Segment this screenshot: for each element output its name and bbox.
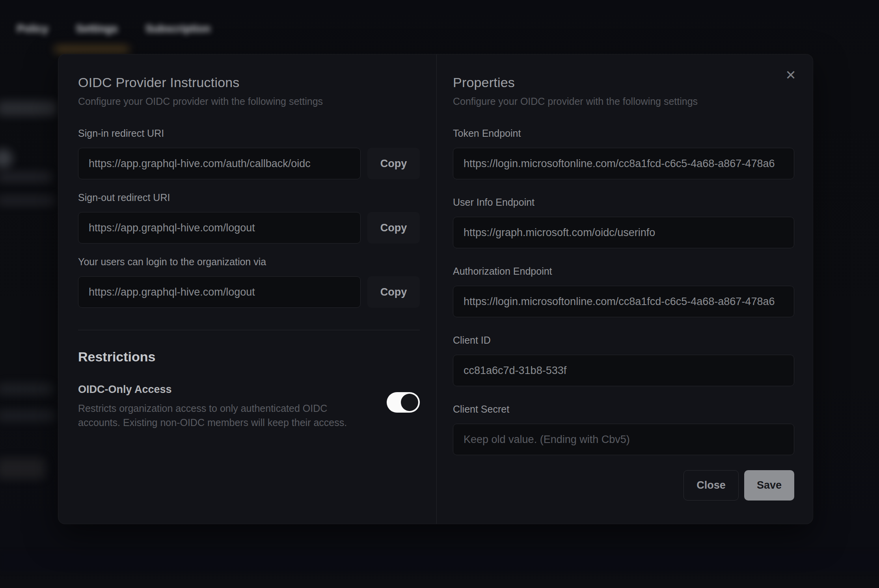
blurred-background-button [0,458,46,479]
instructions-title: OIDC Provider Instructions [78,75,420,90]
close-icon[interactable]: ✕ [782,66,799,84]
oidc-settings-dialog: OIDC Provider Instructions Configure you… [58,54,813,524]
sign-out-redirect-label: Sign-out redirect URI [78,192,420,203]
oidc-only-access-label: OIDC-Only Access [78,383,354,396]
sign-in-redirect-input[interactable] [78,148,361,179]
blurred-background-avatar [0,149,13,168]
background-tab-bar: Policy Settings Subscription [17,23,210,35]
toggle-knob [401,394,418,411]
blurred-background-text [0,383,53,395]
token-endpoint-input[interactable] [453,148,794,179]
active-tab-indicator [54,47,129,52]
tab-policy[interactable]: Policy [17,23,48,35]
tab-settings[interactable]: Settings [76,23,118,35]
tab-subscription[interactable]: Subscription [145,23,210,35]
instructions-column: OIDC Provider Instructions Configure you… [58,54,436,524]
blurred-background-band [0,553,879,571]
login-via-label: Your users can login to the organization… [78,256,420,268]
client-secret-input[interactable] [453,424,794,455]
authorization-endpoint-label: Authorization Endpoint [453,266,794,277]
token-endpoint-label: Token Endpoint [453,128,794,139]
blurred-background-text [0,172,52,182]
user-info-endpoint-label: User Info Endpoint [453,197,794,208]
user-info-endpoint-input[interactable] [453,217,794,248]
login-via-input[interactable] [78,276,361,308]
oidc-only-access-row: OIDC-Only Access Restricts organization … [78,383,420,430]
properties-title: Properties [453,75,794,90]
client-secret-label: Client Secret [453,404,794,415]
dialog-footer: Close Save [453,470,794,501]
properties-subtitle: Configure your OIDC provider with the fo… [453,96,794,107]
properties-column: ✕ Properties Configure your OIDC provide… [437,54,813,524]
sign-in-redirect-label: Sign-in redirect URI [78,128,420,139]
blurred-background-text [0,101,57,116]
restrictions-title: Restrictions [78,349,420,365]
save-button[interactable]: Save [744,470,794,501]
restrictions-divider [78,330,420,330]
copy-sign-out-redirect-button[interactable]: Copy [367,212,420,244]
sign-out-redirect-input[interactable] [78,212,361,244]
client-id-label: Client ID [453,335,794,346]
close-button[interactable]: Close [683,470,739,501]
oidc-only-access-toggle[interactable] [387,392,420,413]
copy-sign-in-redirect-button[interactable]: Copy [367,148,420,179]
blurred-background-text [0,410,55,422]
oidc-only-access-description: Restricts organization access to only au… [78,401,354,430]
instructions-subtitle: Configure your OIDC provider with the fo… [78,96,420,107]
authorization-endpoint-input[interactable] [453,286,794,317]
client-id-input[interactable] [453,355,794,386]
copy-login-via-button[interactable]: Copy [367,276,420,308]
blurred-background-text [0,195,55,206]
